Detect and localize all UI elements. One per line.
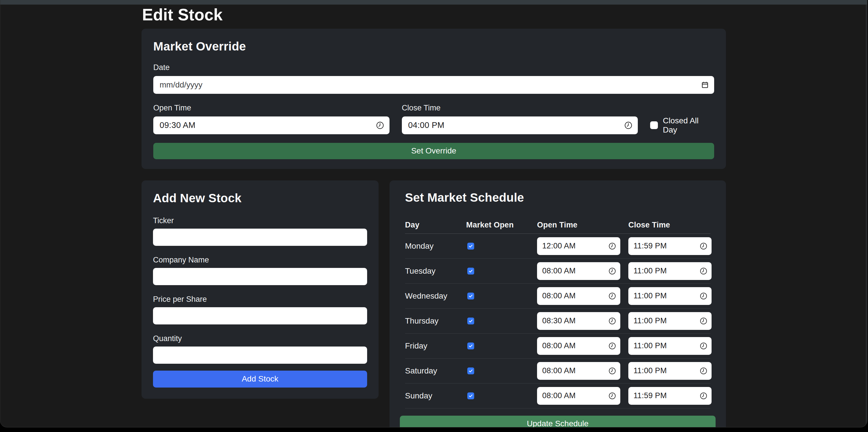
clock-icon: [608, 367, 616, 375]
open-time-input[interactable]: 08:30 AM: [537, 312, 620, 330]
clock-icon: [700, 392, 708, 400]
check-icon: [468, 294, 473, 298]
schedule-day-label: Tuesday: [405, 266, 466, 276]
date-input[interactable]: mm/dd/yyyy: [153, 76, 714, 94]
close-time-value: 04:00 PM: [408, 121, 445, 130]
clock-icon: [608, 267, 616, 275]
close-time-input[interactable]: 11:59 PM: [628, 237, 712, 255]
market-open-checkbox[interactable]: [467, 367, 474, 374]
schedule-row: Thursday 08:30 AM 11:00 PM: [405, 309, 710, 334]
closed-all-day-label: Closed All Day: [663, 116, 714, 135]
column-header-day: Day: [405, 221, 466, 230]
open-time-input[interactable]: 08:00 AM: [537, 387, 620, 405]
clock-icon: [376, 121, 384, 130]
schedule-row: Sunday 08:00 AM 11:59 PM: [405, 384, 710, 408]
market-open-checkbox[interactable]: [467, 392, 474, 399]
schedule-day-label: Wednesday: [405, 292, 466, 301]
window-top-bar: [0, 0, 867, 5]
market-open-checkbox[interactable]: [467, 342, 474, 350]
market-override-title: Market Override: [153, 40, 714, 53]
window-right-edge: [866, 5, 867, 427]
set-market-schedule-card: Set Market Schedule Day Market Open Open…: [390, 180, 726, 427]
schedule-table-body: Monday 12:00 AM 11:59 PM: [405, 234, 710, 408]
ticker-label: Ticker: [153, 217, 367, 225]
clock-icon: [700, 292, 708, 300]
quantity-label: Quantity: [153, 335, 367, 342]
schedule-row: Saturday 08:00 AM 11:00 PM: [405, 359, 710, 384]
schedule-row: Wednesday 08:00 AM 11:00 PM: [405, 284, 710, 309]
add-new-stock-card: Add New Stock Ticker Company Name Price …: [142, 180, 379, 399]
check-icon: [468, 369, 473, 373]
close-time-input[interactable]: 11:59 PM: [628, 387, 712, 405]
close-time-input[interactable]: 11:00 PM: [628, 337, 712, 355]
browser-window: Edit Stock Market Override Date mm/dd/yy…: [0, 0, 867, 427]
open-time-input[interactable]: 08:00 AM: [537, 262, 620, 280]
add-stock-title: Add New Stock: [153, 191, 367, 205]
check-icon: [468, 394, 473, 398]
clock-icon: [700, 267, 708, 275]
column-header-market-open: Market Open: [466, 221, 537, 230]
update-schedule-button[interactable]: Update Schedule: [400, 416, 716, 427]
clock-icon: [700, 367, 708, 375]
price-per-share-input[interactable]: [153, 307, 367, 325]
close-time-input[interactable]: 11:00 PM: [628, 362, 712, 380]
price-per-share-label: Price per Share: [153, 295, 367, 303]
schedule-row: Monday 12:00 AM 11:59 PM: [405, 234, 710, 259]
check-icon: [468, 319, 473, 323]
market-open-checkbox[interactable]: [467, 318, 474, 325]
clock-icon: [608, 242, 616, 250]
schedule-row: Tuesday 08:00 AM 11:00 PM: [405, 259, 710, 284]
column-header-close-time: Close Time: [628, 221, 711, 230]
closed-all-day-checkbox[interactable]: [650, 121, 658, 129]
column-header-open-time: Open Time: [537, 221, 628, 230]
clock-icon: [608, 342, 616, 350]
schedule-row: Friday 08:00 AM 11:00 PM: [405, 334, 710, 359]
market-open-checkbox[interactable]: [467, 293, 474, 299]
clock-icon: [700, 342, 708, 350]
open-time-value: 09:30 AM: [160, 121, 195, 130]
schedule-day-label: Friday: [405, 341, 466, 351]
closed-all-day-group: Closed All Day: [650, 117, 714, 134]
date-label: Date: [153, 64, 714, 71]
open-time-input[interactable]: 08:00 AM: [537, 362, 620, 380]
date-placeholder: mm/dd/yyyy: [160, 80, 203, 90]
close-time-label: Close Time: [402, 104, 638, 112]
clock-icon: [700, 242, 708, 250]
check-icon: [468, 269, 473, 273]
close-time-input[interactable]: 11:00 PM: [628, 287, 712, 305]
schedule-day-label: Sunday: [405, 391, 466, 400]
set-override-button[interactable]: Set Override: [153, 143, 714, 159]
company-name-input[interactable]: [153, 268, 367, 285]
schedule-day-label: Monday: [405, 241, 466, 251]
clock-icon: [608, 392, 616, 400]
open-time-input[interactable]: 12:00 AM: [537, 237, 620, 255]
open-time-label: Open Time: [153, 104, 390, 112]
add-stock-button[interactable]: Add Stock: [153, 371, 367, 388]
open-time-input[interactable]: 08:00 AM: [537, 337, 620, 355]
market-open-checkbox[interactable]: [467, 243, 474, 250]
override-open-time-input[interactable]: 09:30 AM: [153, 117, 390, 134]
market-override-card: Market Override Date mm/dd/yyyy Open Tim…: [142, 29, 726, 169]
company-name-label: Company Name: [153, 256, 367, 264]
clock-icon: [700, 317, 708, 325]
close-time-input[interactable]: 11:00 PM: [628, 312, 712, 330]
clock-icon: [624, 121, 632, 130]
quantity-input[interactable]: [153, 346, 367, 364]
clock-icon: [608, 317, 616, 325]
market-open-checkbox[interactable]: [467, 268, 474, 274]
check-icon: [468, 244, 473, 248]
close-time-input[interactable]: 11:00 PM: [628, 262, 712, 280]
check-icon: [468, 344, 473, 348]
override-close-time-input[interactable]: 04:00 PM: [402, 117, 638, 134]
page-title: Edit Stock: [142, 6, 726, 24]
schedule-title: Set Market Schedule: [405, 191, 710, 204]
clock-icon: [608, 292, 616, 300]
schedule-day-label: Thursday: [405, 317, 466, 326]
schedule-day-label: Saturday: [405, 366, 466, 375]
schedule-table-header: Day Market Open Open Time Close Time: [405, 221, 710, 234]
ticker-input[interactable]: [153, 229, 367, 246]
calendar-icon[interactable]: [701, 81, 709, 89]
open-time-input[interactable]: 08:00 AM: [537, 287, 620, 305]
